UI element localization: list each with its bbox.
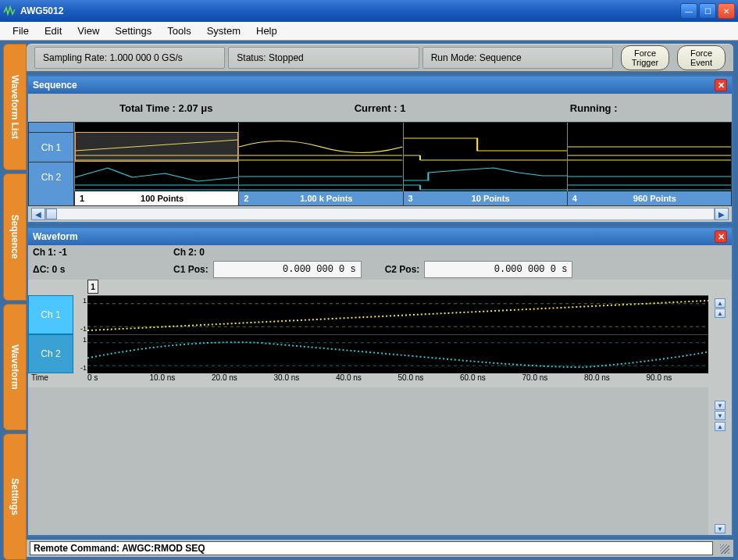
cursor-ruler[interactable]: 1	[28, 280, 708, 295]
wf-track-ch1[interactable]: Ch 1 1-1	[28, 295, 708, 334]
c1pos-input[interactable]: 0.000 000 0 s	[213, 261, 362, 278]
ch1-up-icon[interactable]: ▲	[715, 309, 726, 318]
menu-system[interactable]: System	[199, 23, 248, 38]
status-toolbar: Sampling Rate: 1.000 000 0 GS/s Status: …	[27, 44, 733, 72]
ch1-down-icon[interactable]: ▼	[715, 401, 726, 410]
menu-edit[interactable]: Edit	[37, 23, 70, 38]
wf-ch2-label: Ch 2	[28, 334, 73, 373]
seq-cell-4[interactable]: 4960 Points	[567, 191, 731, 205]
time-axis: Time 0 s 10.0 ns 20.0 ns 30.0 ns 40.0 ns…	[28, 373, 708, 387]
seq-cell-3[interactable]: 310 Points	[403, 191, 567, 205]
ch2-down-icon[interactable]: ▼	[715, 524, 726, 533]
force-trigger-button[interactable]: Force Trigger	[621, 45, 669, 70]
seq-cell-1[interactable]: 1100 Points	[74, 191, 238, 205]
sequence-table: Ch 1 Ch 2	[28, 122, 732, 206]
scroll-right-icon[interactable]: ▶	[715, 208, 729, 220]
seq-row-ch2[interactable]: Ch 2	[29, 162, 731, 191]
cursor-marker-1[interactable]: 1	[87, 280, 98, 294]
time-label: Time	[28, 373, 73, 387]
wf-track-ch2[interactable]: Ch 2 1-1	[28, 334, 708, 373]
remote-command-field[interactable]: Remote Command: AWGC:RMOD SEQ	[30, 541, 713, 555]
tab-settings[interactable]: Settings	[3, 433, 27, 560]
run-mode-display[interactable]: Run Mode: Sequence	[422, 47, 613, 69]
c2pos-input[interactable]: 0.000 000 0 s	[424, 261, 572, 278]
menu-settings[interactable]: Settings	[107, 23, 159, 38]
waveform-title: Waveform	[33, 231, 78, 242]
menu-file[interactable]: File	[5, 23, 37, 38]
minimize-button[interactable]: —	[680, 3, 697, 19]
waveform-close-button[interactable]: ✕	[715, 230, 727, 243]
c1pos-label: C1 Pos:	[173, 264, 209, 275]
waveform-vscrolls: ▲ ▲ ▼ ▼ ▲ ▼	[708, 280, 732, 535]
seq-row-ch1[interactable]: Ch 1	[29, 132, 731, 162]
ch2-up-icon[interactable]: ▲	[715, 422, 726, 431]
wf-ch1-val: Ch 1: -1	[33, 247, 67, 258]
seq-ch1-label: Ch 1	[29, 132, 74, 162]
wf-ch1-label: Ch 1	[28, 295, 73, 334]
app-icon	[3, 5, 16, 17]
wf-deltac: ΔC: 0 s	[33, 264, 65, 275]
title-bar: AWG5012 — ☐ ✕	[0, 0, 738, 22]
sequence-title: Sequence	[33, 80, 77, 91]
sampling-rate-display[interactable]: Sampling Rate: 1.000 000 0 GS/s	[34, 47, 225, 69]
seq-current: Current : 1	[273, 102, 487, 114]
menu-bar: File Edit View Settings Tools System Hel…	[0, 22, 738, 41]
tab-sequence[interactable]: Sequence	[3, 173, 27, 300]
maximize-button[interactable]: ☐	[699, 3, 716, 19]
ch1-zoom-in-icon[interactable]: ▲	[715, 298, 726, 308]
seq-ch2-label: Ch 2	[29, 162, 74, 191]
close-button[interactable]: ✕	[718, 3, 735, 19]
seq-total-time: Total Time : 2.07 μs	[59, 102, 273, 114]
remote-command-bar: Remote Command: AWGC:RMOD SEQ	[27, 540, 733, 557]
sequence-close-button[interactable]: ✕	[715, 79, 727, 91]
force-event-button[interactable]: Force Event	[677, 45, 726, 70]
menu-tools[interactable]: Tools	[159, 23, 198, 38]
tab-waveform[interactable]: Waveform	[3, 304, 27, 430]
sequence-panel: Sequence ✕ Total Time : 2.07 μs Current …	[27, 75, 733, 223]
waveform-panel: Waveform ✕ Ch 1: -1 Ch 2: 0 ΔC: 0 s C1 P…	[27, 226, 733, 537]
status-display: Status: Stopped	[228, 47, 419, 69]
menu-help[interactable]: Help	[248, 23, 285, 38]
wf-ch2-val: Ch 2: 0	[173, 247, 205, 258]
scroll-left-icon[interactable]: ◀	[31, 208, 45, 220]
c2pos-label: C2 Pos:	[385, 264, 420, 275]
side-tabs: Waveform List Sequence Waveform Settings	[0, 41, 27, 560]
ch1-zoom-out-icon[interactable]: ▼	[715, 411, 726, 420]
menu-view[interactable]: View	[70, 23, 107, 38]
resize-grip-icon[interactable]	[718, 542, 730, 555]
sequence-hscroll[interactable]: ◀ ▶	[28, 206, 732, 222]
tab-waveform-list[interactable]: Waveform List	[3, 44, 27, 170]
window-title: AWG5012	[20, 5, 680, 16]
seq-cell-2[interactable]: 21.00 k Points	[238, 191, 402, 205]
seq-running: Running :	[487, 102, 701, 114]
